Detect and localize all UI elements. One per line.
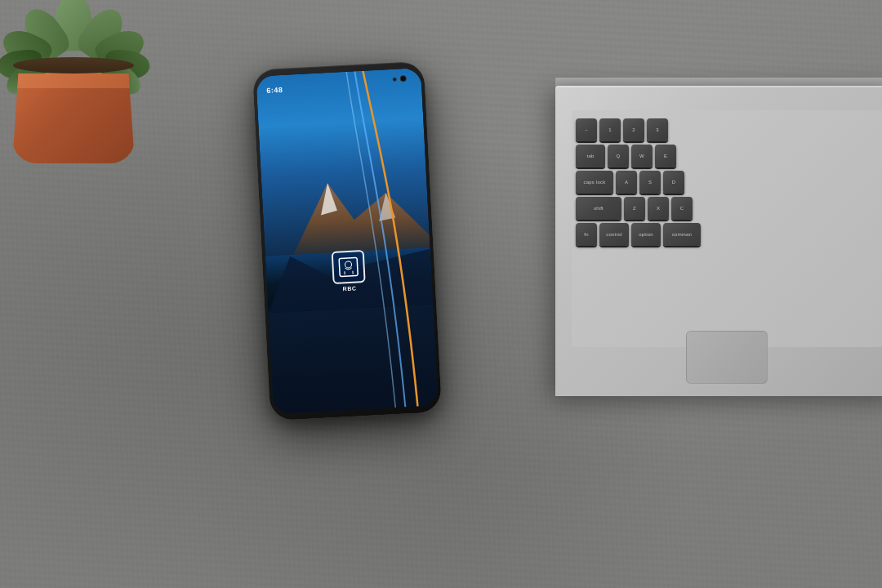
phone-screen: 6:48 RBC <box>256 68 438 414</box>
front-camera <box>392 75 406 82</box>
key-command[interactable]: comman <box>663 223 701 246</box>
svg-point-6 <box>345 261 351 268</box>
key-row-3: caps lock A S D <box>576 171 878 194</box>
rbc-badge <box>332 250 366 284</box>
key-row-5: fn control option comman <box>576 223 878 246</box>
smartphone: 6:48 RBC <box>252 61 442 421</box>
key-w[interactable]: W <box>631 145 653 167</box>
key-option[interactable]: option <box>631 223 661 246</box>
key-3[interactable]: 3 <box>647 118 668 141</box>
key-x[interactable]: X <box>648 197 669 220</box>
key-2[interactable]: 2 <box>623 118 644 141</box>
svg-rect-5 <box>339 258 358 277</box>
plant-pot <box>12 74 135 163</box>
key-shift[interactable]: shift <box>576 197 621 220</box>
key-z[interactable]: Z <box>624 197 645 220</box>
phone-time: 6:48 <box>266 86 283 95</box>
key-s[interactable]: S <box>639 171 661 194</box>
keyboard-grid: ~ 1 2 3 tab Q W E caps lock A S D <box>576 118 878 246</box>
key-fn[interactable]: fn <box>576 223 597 246</box>
key-row-1: ~ 1 2 3 <box>576 118 878 141</box>
rbc-logo: RBC <box>332 250 367 292</box>
key-1[interactable]: 1 <box>599 118 621 141</box>
screen-brand-lines <box>256 68 438 414</box>
keyboard-area: ~ 1 2 3 tab Q W E caps lock A S D <box>572 110 882 347</box>
key-row-2: tab Q W E <box>576 145 878 167</box>
laptop: ~ 1 2 3 tab Q W E caps lock A S D <box>555 0 882 396</box>
key-e[interactable]: E <box>655 145 676 167</box>
key-row-4: shift Z X C <box>576 197 878 220</box>
camera-dot-main <box>399 75 406 82</box>
trackpad[interactable] <box>686 331 768 384</box>
laptop-body: ~ 1 2 3 tab Q W E caps lock A S D <box>555 86 882 396</box>
key-tilde[interactable]: ~ <box>576 118 597 141</box>
key-capslock[interactable]: caps lock <box>576 171 613 194</box>
key-a[interactable]: A <box>616 171 637 194</box>
key-tab[interactable]: tab <box>576 145 605 167</box>
key-c[interactable]: C <box>671 197 693 220</box>
plant-container <box>0 0 172 163</box>
key-q[interactable]: Q <box>608 145 629 167</box>
plant-soil <box>13 57 134 74</box>
key-d[interactable]: D <box>663 171 684 194</box>
key-control[interactable]: control <box>599 223 629 246</box>
camera-dot-small <box>393 77 397 81</box>
